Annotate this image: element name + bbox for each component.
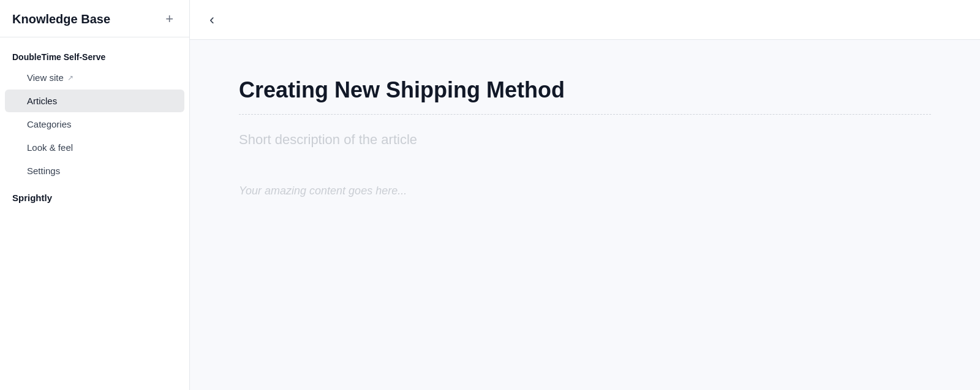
sidebar-content: DoubleTime Self-Serve View site ↗ Articl… — [0, 37, 189, 390]
add-knowledge-base-button[interactable]: + — [162, 11, 177, 27]
articles-label: Articles — [27, 96, 57, 106]
sidebar-item-view-site[interactable]: View site ↗ — [5, 66, 184, 89]
sidebar: Knowledge Base + DoubleTime Self-Serve V… — [0, 0, 190, 390]
back-icon: ‹ — [209, 11, 214, 28]
look-feel-label: Look & feel — [27, 142, 73, 153]
sidebar-item-articles[interactable]: Articles — [5, 90, 184, 112]
article-title: Creating New Shipping Method — [239, 77, 931, 103]
categories-label: Categories — [27, 119, 72, 129]
sidebar-item-look-feel[interactable]: Look & feel — [5, 136, 184, 159]
sidebar-item-settings[interactable]: Settings — [5, 159, 184, 182]
view-site-label: View site — [27, 72, 64, 83]
article-area: Creating New Shipping Method Short descr… — [190, 40, 980, 390]
site2-label: Sprightly — [0, 183, 189, 207]
back-button[interactable]: ‹ — [205, 9, 219, 31]
sidebar-title: Knowledge Base — [12, 12, 110, 26]
sidebar-header: Knowledge Base + — [0, 0, 189, 37]
article-divider — [239, 114, 931, 115]
article-description-placeholder: Short description of the article — [239, 132, 931, 148]
main-content: ‹ Creating New Shipping Method Short des… — [190, 0, 980, 390]
site1-label: DoubleTime Self-Serve — [0, 47, 189, 66]
external-link-icon: ↗ — [67, 74, 74, 82]
topbar: ‹ — [190, 0, 980, 40]
settings-label: Settings — [27, 166, 60, 176]
sidebar-item-categories[interactable]: Categories — [5, 113, 184, 136]
article-body-placeholder: Your amazing content goes here... — [239, 185, 931, 197]
